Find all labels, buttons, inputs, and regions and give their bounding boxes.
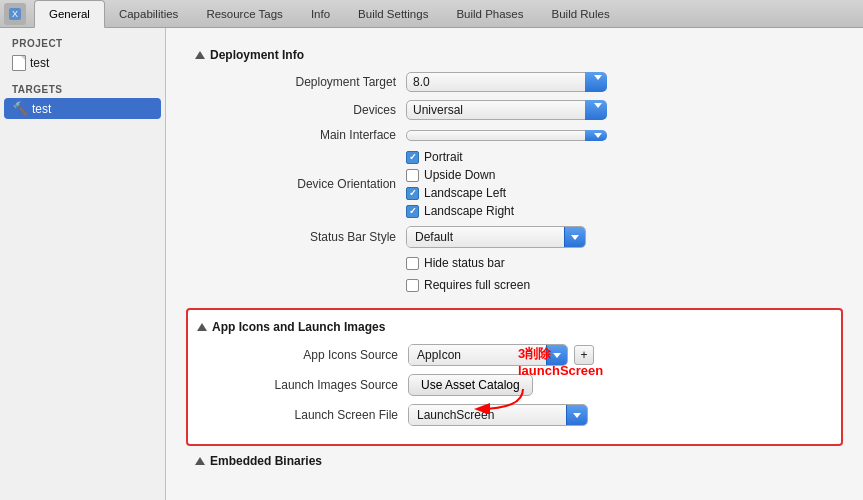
deployment-info-section: Deployment Info Deployment Target 8.0	[196, 48, 833, 292]
project-icon	[12, 55, 26, 71]
hide-status-bar-group: Hide status bar	[406, 256, 505, 270]
landscape-left-label: Landscape Left	[424, 186, 506, 200]
embedded-binaries-section: Embedded Binaries	[196, 454, 833, 468]
app-icons-header: App Icons and Launch Images	[198, 320, 831, 334]
main-interface-label: Main Interface	[196, 128, 396, 142]
upside-down-label: Upside Down	[424, 168, 495, 182]
requires-full-screen-checkbox[interactable]	[406, 279, 419, 292]
tab-build-rules[interactable]: Build Rules	[538, 0, 624, 28]
requires-full-screen-row: Requires full screen	[196, 278, 833, 292]
app-icons-source-row: App Icons Source AppIcon +	[198, 344, 831, 366]
tab-build-settings[interactable]: Build Settings	[344, 0, 442, 28]
launch-images-source-row: Launch Images Source Use Asset Catalog 3…	[198, 374, 831, 396]
landscape-right-label: Landscape Right	[424, 204, 514, 218]
annotation-arrow-icon	[458, 384, 528, 417]
annotation-text: 3削除 launchScreen	[518, 346, 603, 380]
orientation-checkboxes: Portrait Upside Down Landscape Left	[406, 150, 514, 218]
main-interface-row: Main Interface	[196, 128, 833, 142]
launch-images-source-wrapper: Use Asset Catalog 3削除 launchScreen	[408, 374, 533, 396]
portrait-checkbox[interactable]	[406, 151, 419, 164]
main-interface-arrow[interactable]	[585, 130, 607, 141]
svg-text:X: X	[12, 9, 18, 19]
landscape-right-checkbox[interactable]	[406, 205, 419, 218]
app-icon: X	[4, 3, 26, 25]
hide-status-bar-checkbox[interactable]	[406, 257, 419, 270]
section-triangle-app-icons	[197, 323, 207, 331]
tab-capabilities[interactable]: Capabilities	[105, 0, 192, 28]
tab-bar: X General Capabilities Resource Tags Inf…	[0, 0, 863, 28]
tab-build-phases[interactable]: Build Phases	[442, 0, 537, 28]
hide-status-bar-row: Hide status bar	[196, 256, 833, 270]
devices-control[interactable]: Universal	[406, 100, 607, 120]
sidebar-item-target[interactable]: 🔨 test	[4, 98, 161, 119]
app-icons-source-label: App Icons Source	[198, 348, 398, 362]
tab-resource-tags[interactable]: Resource Tags	[192, 0, 297, 28]
deployment-target-control[interactable]: 8.0	[406, 72, 607, 92]
main-interface-control[interactable]	[406, 130, 607, 141]
landscape-right-row: Landscape Right	[406, 204, 514, 218]
devices-arrow[interactable]	[585, 100, 607, 120]
status-bar-style-row: Status Bar Style Default	[196, 226, 833, 248]
devices-row: Devices Universal	[196, 100, 833, 120]
device-orientation-row: Device Orientation Portrait Upside Down	[196, 150, 833, 218]
requires-full-screen-label: Requires full screen	[424, 278, 530, 292]
deployment-target-value: 8.0	[413, 75, 579, 89]
section-triangle-deployment	[195, 51, 205, 59]
section-triangle-embedded	[195, 457, 205, 465]
deployment-target-label: Deployment Target	[196, 75, 396, 89]
devices-value: Universal	[413, 103, 579, 117]
status-bar-style-value: Default	[407, 227, 564, 247]
landscape-left-row: Landscape Left	[406, 186, 514, 200]
requires-full-screen-group: Requires full screen	[406, 278, 530, 292]
portrait-label: Portrait	[424, 150, 463, 164]
deployment-target-row: Deployment Target 8.0	[196, 72, 833, 92]
sidebar: PROJECT test TARGETS 🔨 test	[0, 28, 166, 500]
embedded-binaries-header: Embedded Binaries	[196, 454, 833, 468]
tab-info[interactable]: Info	[297, 0, 344, 28]
upside-down-checkbox[interactable]	[406, 169, 419, 182]
project-section-label: PROJECT	[0, 34, 165, 51]
launch-images-source-label: Launch Images Source	[198, 378, 398, 392]
sidebar-project-name: test	[30, 56, 49, 70]
hide-status-bar-label: Hide status bar	[424, 256, 505, 270]
app-icons-title: App Icons and Launch Images	[212, 320, 385, 334]
embedded-binaries-title: Embedded Binaries	[210, 454, 322, 468]
target-icon: 🔨	[12, 101, 28, 116]
status-bar-style-arrow	[571, 235, 579, 240]
launch-screen-file-arrow	[573, 413, 581, 418]
launch-screen-file-label: Launch Screen File	[198, 408, 398, 422]
app-icons-section: App Icons and Launch Images App Icons So…	[186, 308, 843, 446]
deployment-info-title: Deployment Info	[210, 48, 304, 62]
devices-label: Devices	[196, 103, 396, 117]
status-bar-style-control[interactable]: Default	[406, 226, 586, 248]
tab-general[interactable]: General	[34, 0, 105, 28]
sidebar-target-name: test	[32, 102, 51, 116]
targets-section-label: TARGETS	[0, 80, 165, 97]
deployment-target-arrow[interactable]	[585, 72, 607, 92]
landscape-left-checkbox[interactable]	[406, 187, 419, 200]
deployment-info-header: Deployment Info	[196, 48, 833, 62]
status-bar-style-btn[interactable]	[564, 227, 585, 247]
sidebar-item-project[interactable]: test	[4, 52, 161, 74]
content-area: Deployment Info Deployment Target 8.0	[166, 28, 863, 500]
status-bar-style-label: Status Bar Style	[196, 230, 396, 244]
device-orientation-label: Device Orientation	[196, 177, 396, 191]
upside-down-row: Upside Down	[406, 168, 514, 182]
portrait-row: Portrait	[406, 150, 514, 164]
launch-screen-file-btn[interactable]	[566, 405, 587, 425]
